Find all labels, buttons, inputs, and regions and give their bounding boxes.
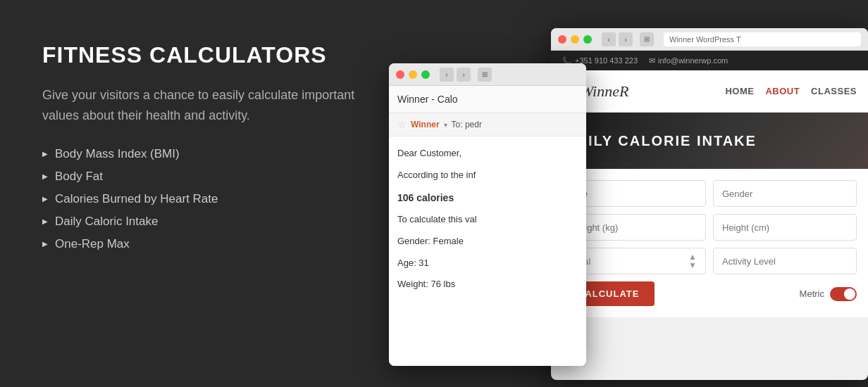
- toggle-knob: [844, 288, 855, 300]
- list-item: Body Fat: [42, 170, 388, 184]
- site-nav: 🤸 WinneR HOME ABOUT CLASSES: [551, 70, 868, 113]
- select-arrows: ▲▼: [688, 253, 697, 269]
- tabs-icon[interactable]: ⊞: [640, 32, 654, 46]
- chevron-down-icon[interactable]: ▾: [444, 121, 447, 129]
- email-info: ✉ info@winnerwp.com: [649, 56, 728, 65]
- email-tl-green[interactable]: [421, 70, 430, 79]
- metric-toggle: Metric: [800, 287, 857, 301]
- mail-icon: ✉: [649, 56, 655, 65]
- age-line: Age: 31: [397, 256, 578, 271]
- calculator-form: Goal ▲▼ CALCULATE Metric: [551, 169, 868, 317]
- main-titlebar: ‹ › ⊞ Winner WordPress T: [551, 28, 868, 51]
- form-row-2: [562, 214, 857, 241]
- nav-home[interactable]: HOME: [725, 86, 754, 96]
- forward-button[interactable]: ›: [619, 32, 633, 46]
- list-item: One-Rep Max: [42, 237, 388, 251]
- calculate-row: CALCULATE Metric: [562, 281, 857, 306]
- activity-input[interactable]: [713, 248, 857, 274]
- email-titlebar: ‹ › ⊞: [389, 63, 586, 86]
- height-input[interactable]: [713, 214, 857, 241]
- body-para1: According to the inf: [397, 168, 578, 183]
- gender-input[interactable]: [713, 180, 857, 207]
- hero-banner: DAILY CALORIE INTAKE: [551, 113, 868, 169]
- email-browser-window: ‹ › ⊞ Winner - Calo ☆ Winner ▾ To: pedr …: [389, 63, 586, 366]
- nav-about[interactable]: ABOUT: [765, 86, 800, 96]
- email-tab-title: Winner - Calo: [397, 94, 458, 105]
- email-body: Dear Customer, According to the inf 106 …: [389, 137, 586, 366]
- email-from-line: ☆ Winner ▾ To: pedr: [389, 113, 586, 137]
- email-back-button[interactable]: ‹: [440, 68, 454, 82]
- url-bar[interactable]: Winner WordPress T: [664, 32, 861, 46]
- main-title: FITNESS CALCULATORS: [42, 42, 388, 68]
- list-item: Daily Caloric Intake: [42, 215, 388, 229]
- email-tl-red[interactable]: [396, 70, 404, 79]
- gender-line: Gender: Female: [397, 234, 578, 249]
- form-row-3: Goal ▲▼: [562, 248, 857, 274]
- traffic-light-yellow[interactable]: [571, 35, 579, 44]
- url-text: Winner WordPress T: [669, 35, 741, 44]
- left-panel: FITNESS CALCULATORS Give your visitors a…: [42, 42, 388, 260]
- back-button[interactable]: ‹: [602, 32, 616, 46]
- description: Give your visitors a chance to easily ca…: [42, 85, 388, 126]
- list-item: Calories Burned by Heart Rate: [42, 192, 388, 206]
- metric-label: Metric: [800, 288, 824, 299]
- to-label: To: pedr: [452, 120, 482, 129]
- email-nav: ‹ ›: [440, 68, 471, 82]
- body-para2: To calculate this val: [397, 212, 578, 227]
- logo-text: WinneR: [581, 82, 628, 101]
- hero-title: DAILY CALORIE INTAKE: [565, 133, 757, 149]
- email-forward-button[interactable]: ›: [457, 68, 471, 82]
- star-icon[interactable]: ☆: [397, 119, 407, 130]
- feature-list: Body Mass Index (BMI) Body Fat Calories …: [42, 147, 388, 251]
- browsers-container: ‹ › ⊞ Winner WordPress T 📞 +351 910 433 …: [389, 28, 868, 387]
- traffic-light-green[interactable]: [583, 35, 592, 44]
- window-nav: ‹ ›: [602, 32, 633, 46]
- calories-value: 106 calories: [397, 190, 578, 205]
- list-item: Body Mass Index (BMI): [42, 147, 388, 161]
- form-row-1: [562, 180, 857, 207]
- main-browser-window: ‹ › ⊞ Winner WordPress T 📞 +351 910 433 …: [551, 28, 868, 380]
- greeting: Dear Customer,: [397, 146, 578, 161]
- weight-line: Weight: 76 lbs: [397, 277, 578, 292]
- email-header: Winner - Calo: [389, 86, 586, 113]
- site-menu: HOME ABOUT CLASSES: [725, 86, 857, 96]
- email-tabs-icon[interactable]: ⊞: [478, 68, 492, 82]
- metric-toggle-switch[interactable]: [830, 287, 857, 301]
- site-topbar: 📞 +351 910 433 223 ✉ info@winnerwp.com: [551, 51, 868, 70]
- nav-classes[interactable]: CLASSES: [811, 86, 857, 96]
- email-tl-yellow[interactable]: [409, 70, 417, 79]
- from-label: Winner: [411, 120, 440, 129]
- traffic-light-red[interactable]: [558, 35, 566, 44]
